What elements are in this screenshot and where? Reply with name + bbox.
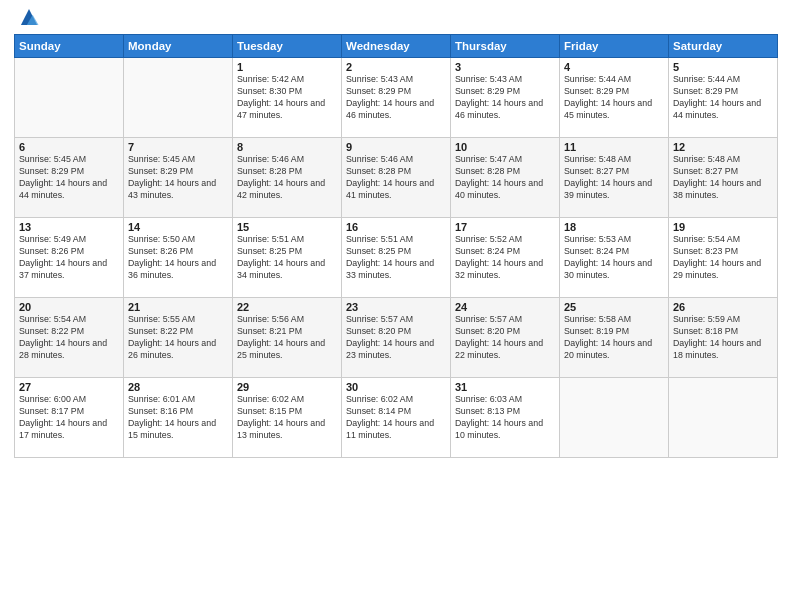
day-cell: 24Sunrise: 5:57 AMSunset: 8:20 PMDayligh…: [451, 298, 560, 378]
day-cell: 8Sunrise: 5:46 AMSunset: 8:28 PMDaylight…: [233, 138, 342, 218]
day-info: Sunrise: 5:45 AMSunset: 8:29 PMDaylight:…: [19, 154, 119, 202]
day-cell: 21Sunrise: 5:55 AMSunset: 8:22 PMDayligh…: [124, 298, 233, 378]
day-number: 23: [346, 301, 446, 313]
day-info: Sunrise: 5:43 AMSunset: 8:29 PMDaylight:…: [346, 74, 446, 122]
day-number: 6: [19, 141, 119, 153]
day-info: Sunrise: 6:01 AMSunset: 8:16 PMDaylight:…: [128, 394, 228, 442]
day-cell: 23Sunrise: 5:57 AMSunset: 8:20 PMDayligh…: [342, 298, 451, 378]
day-cell: 11Sunrise: 5:48 AMSunset: 8:27 PMDayligh…: [560, 138, 669, 218]
header-cell-thursday: Thursday: [451, 35, 560, 58]
day-cell: 5Sunrise: 5:44 AMSunset: 8:29 PMDaylight…: [669, 58, 778, 138]
day-number: 11: [564, 141, 664, 153]
day-cell: 6Sunrise: 5:45 AMSunset: 8:29 PMDaylight…: [15, 138, 124, 218]
day-number: 28: [128, 381, 228, 393]
day-cell: 31Sunrise: 6:03 AMSunset: 8:13 PMDayligh…: [451, 378, 560, 458]
page: SundayMondayTuesdayWednesdayThursdayFrid…: [0, 0, 792, 612]
day-number: 27: [19, 381, 119, 393]
day-cell: 27Sunrise: 6:00 AMSunset: 8:17 PMDayligh…: [15, 378, 124, 458]
day-cell: 13Sunrise: 5:49 AMSunset: 8:26 PMDayligh…: [15, 218, 124, 298]
day-cell: 16Sunrise: 5:51 AMSunset: 8:25 PMDayligh…: [342, 218, 451, 298]
day-info: Sunrise: 6:02 AMSunset: 8:14 PMDaylight:…: [346, 394, 446, 442]
day-info: Sunrise: 5:56 AMSunset: 8:21 PMDaylight:…: [237, 314, 337, 362]
header-cell-friday: Friday: [560, 35, 669, 58]
header-cell-wednesday: Wednesday: [342, 35, 451, 58]
header-row: SundayMondayTuesdayWednesdayThursdayFrid…: [15, 35, 778, 58]
day-cell: 4Sunrise: 5:44 AMSunset: 8:29 PMDaylight…: [560, 58, 669, 138]
day-info: Sunrise: 5:54 AMSunset: 8:23 PMDaylight:…: [673, 234, 773, 282]
day-number: 7: [128, 141, 228, 153]
day-cell: 30Sunrise: 6:02 AMSunset: 8:14 PMDayligh…: [342, 378, 451, 458]
day-number: 1: [237, 61, 337, 73]
day-cell: [124, 58, 233, 138]
day-info: Sunrise: 5:52 AMSunset: 8:24 PMDaylight:…: [455, 234, 555, 282]
day-number: 21: [128, 301, 228, 313]
day-cell: 15Sunrise: 5:51 AMSunset: 8:25 PMDayligh…: [233, 218, 342, 298]
day-number: 17: [455, 221, 555, 233]
day-cell: 9Sunrise: 5:46 AMSunset: 8:28 PMDaylight…: [342, 138, 451, 218]
day-info: Sunrise: 6:02 AMSunset: 8:15 PMDaylight:…: [237, 394, 337, 442]
day-info: Sunrise: 6:03 AMSunset: 8:13 PMDaylight:…: [455, 394, 555, 442]
day-cell: 17Sunrise: 5:52 AMSunset: 8:24 PMDayligh…: [451, 218, 560, 298]
day-cell: 22Sunrise: 5:56 AMSunset: 8:21 PMDayligh…: [233, 298, 342, 378]
week-row-1: 1Sunrise: 5:42 AMSunset: 8:30 PMDaylight…: [15, 58, 778, 138]
day-info: Sunrise: 5:44 AMSunset: 8:29 PMDaylight:…: [673, 74, 773, 122]
day-info: Sunrise: 5:50 AMSunset: 8:26 PMDaylight:…: [128, 234, 228, 282]
calendar: SundayMondayTuesdayWednesdayThursdayFrid…: [14, 34, 778, 458]
day-cell: 12Sunrise: 5:48 AMSunset: 8:27 PMDayligh…: [669, 138, 778, 218]
day-info: Sunrise: 5:51 AMSunset: 8:25 PMDaylight:…: [237, 234, 337, 282]
logo-icon: [18, 6, 40, 28]
day-info: Sunrise: 5:51 AMSunset: 8:25 PMDaylight:…: [346, 234, 446, 282]
day-number: 3: [455, 61, 555, 73]
day-cell: 20Sunrise: 5:54 AMSunset: 8:22 PMDayligh…: [15, 298, 124, 378]
day-info: Sunrise: 5:43 AMSunset: 8:29 PMDaylight:…: [455, 74, 555, 122]
day-info: Sunrise: 5:42 AMSunset: 8:30 PMDaylight:…: [237, 74, 337, 122]
logo-area: [14, 10, 40, 28]
day-cell: 14Sunrise: 5:50 AMSunset: 8:26 PMDayligh…: [124, 218, 233, 298]
day-number: 16: [346, 221, 446, 233]
day-cell: 26Sunrise: 5:59 AMSunset: 8:18 PMDayligh…: [669, 298, 778, 378]
day-cell: 25Sunrise: 5:58 AMSunset: 8:19 PMDayligh…: [560, 298, 669, 378]
day-number: 31: [455, 381, 555, 393]
day-info: Sunrise: 5:53 AMSunset: 8:24 PMDaylight:…: [564, 234, 664, 282]
day-info: Sunrise: 5:46 AMSunset: 8:28 PMDaylight:…: [346, 154, 446, 202]
day-number: 9: [346, 141, 446, 153]
day-number: 10: [455, 141, 555, 153]
day-info: Sunrise: 5:44 AMSunset: 8:29 PMDaylight:…: [564, 74, 664, 122]
header-cell-tuesday: Tuesday: [233, 35, 342, 58]
header-cell-monday: Monday: [124, 35, 233, 58]
day-cell: 28Sunrise: 6:01 AMSunset: 8:16 PMDayligh…: [124, 378, 233, 458]
day-info: Sunrise: 5:59 AMSunset: 8:18 PMDaylight:…: [673, 314, 773, 362]
day-number: 4: [564, 61, 664, 73]
day-number: 29: [237, 381, 337, 393]
day-info: Sunrise: 5:54 AMSunset: 8:22 PMDaylight:…: [19, 314, 119, 362]
day-number: 12: [673, 141, 773, 153]
header: [14, 10, 778, 28]
day-number: 19: [673, 221, 773, 233]
day-number: 24: [455, 301, 555, 313]
day-number: 8: [237, 141, 337, 153]
day-info: Sunrise: 5:48 AMSunset: 8:27 PMDaylight:…: [564, 154, 664, 202]
day-number: 26: [673, 301, 773, 313]
day-info: Sunrise: 5:47 AMSunset: 8:28 PMDaylight:…: [455, 154, 555, 202]
day-info: Sunrise: 5:58 AMSunset: 8:19 PMDaylight:…: [564, 314, 664, 362]
header-cell-sunday: Sunday: [15, 35, 124, 58]
day-cell: 1Sunrise: 5:42 AMSunset: 8:30 PMDaylight…: [233, 58, 342, 138]
day-number: 15: [237, 221, 337, 233]
week-row-3: 13Sunrise: 5:49 AMSunset: 8:26 PMDayligh…: [15, 218, 778, 298]
day-cell: 10Sunrise: 5:47 AMSunset: 8:28 PMDayligh…: [451, 138, 560, 218]
day-cell: [15, 58, 124, 138]
day-number: 5: [673, 61, 773, 73]
day-info: Sunrise: 5:57 AMSunset: 8:20 PMDaylight:…: [455, 314, 555, 362]
day-number: 30: [346, 381, 446, 393]
day-number: 22: [237, 301, 337, 313]
day-cell: 7Sunrise: 5:45 AMSunset: 8:29 PMDaylight…: [124, 138, 233, 218]
day-info: Sunrise: 6:00 AMSunset: 8:17 PMDaylight:…: [19, 394, 119, 442]
day-info: Sunrise: 5:48 AMSunset: 8:27 PMDaylight:…: [673, 154, 773, 202]
header-cell-saturday: Saturday: [669, 35, 778, 58]
day-number: 2: [346, 61, 446, 73]
day-cell: [560, 378, 669, 458]
day-info: Sunrise: 5:57 AMSunset: 8:20 PMDaylight:…: [346, 314, 446, 362]
day-cell: 3Sunrise: 5:43 AMSunset: 8:29 PMDaylight…: [451, 58, 560, 138]
week-row-2: 6Sunrise: 5:45 AMSunset: 8:29 PMDaylight…: [15, 138, 778, 218]
day-number: 20: [19, 301, 119, 313]
